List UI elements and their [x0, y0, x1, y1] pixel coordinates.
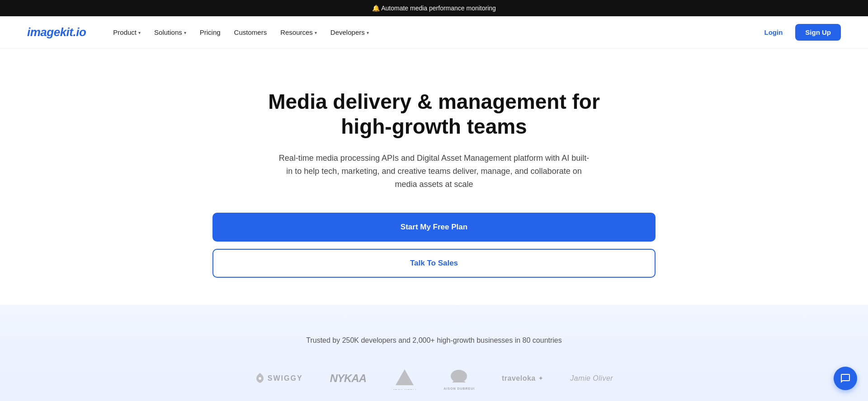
signup-button[interactable]: Sign Up [795, 24, 841, 41]
logo-swiggy: SWIGGY [255, 373, 303, 384]
leroy-merlin-icon: LEROY MERLIN [393, 367, 416, 390]
chat-widget[interactable] [834, 367, 857, 390]
swiggy-icon [255, 373, 265, 384]
logo[interactable]: imagekit.io [27, 25, 86, 39]
svg-point-0 [259, 377, 261, 380]
nav-product[interactable]: Product ▾ [108, 25, 146, 40]
trusted-text: Trusted by 250K developers and 2,000+ hi… [306, 336, 562, 345]
start-free-plan-button[interactable]: Start My Free Plan [212, 213, 656, 242]
logo-traveloka: traveloka ✦ [502, 374, 543, 382]
login-button[interactable]: Login [757, 25, 790, 40]
chevron-down-icon: ▾ [367, 30, 369, 35]
talk-to-sales-button[interactable]: Talk To Sales [212, 249, 656, 278]
chevron-down-icon: ▾ [184, 30, 186, 35]
logo-leroy-merlin: LEROY MERLIN [393, 367, 416, 390]
chat-icon [840, 373, 851, 384]
navbar: imagekit.io Product ▾ Solutions ▾ Pricin… [0, 16, 868, 49]
logo-nykaa: NYKAA [330, 372, 366, 385]
nav-pricing[interactable]: Pricing [194, 25, 226, 40]
chevron-down-icon: ▾ [138, 30, 141, 35]
nav-links: Product ▾ Solutions ▾ Pricing Customers … [108, 25, 757, 40]
nav-resources[interactable]: Resources ▾ [275, 25, 322, 40]
logos-row: SWIGGY NYKAA LEROY MERLIN MAISON DUBREUI… [255, 366, 613, 391]
navbar-actions: Login Sign Up [757, 24, 841, 41]
svg-text:LEROY MERLIN: LEROY MERLIN [393, 389, 416, 390]
nav-developers[interactable]: Developers ▾ [325, 25, 374, 40]
hero-title: Media delivery & management for high-gro… [258, 89, 610, 139]
logo-jamie-oliver: Jamie Oliver [570, 374, 613, 382]
chevron-down-icon: ▾ [315, 30, 317, 35]
banner-text: 🔔 Automate media performance monitoring [372, 5, 496, 12]
dubreuil-icon: MAISON DUBREUIL [443, 366, 475, 391]
top-banner: 🔔 Automate media performance monitoring [0, 0, 868, 16]
hero-section: Media delivery & management for high-gro… [0, 49, 868, 305]
nav-customers[interactable]: Customers [229, 25, 273, 40]
svg-text:MAISON DUBREUIL: MAISON DUBREUIL [443, 387, 475, 390]
hero-buttons: Start My Free Plan Talk To Sales [212, 213, 656, 278]
logo-dubreuil: MAISON DUBREUIL [443, 366, 475, 391]
svg-marker-1 [396, 369, 414, 385]
nav-solutions[interactable]: Solutions ▾ [149, 25, 192, 40]
hero-subtitle: Real-time media processing APIs and Digi… [276, 152, 592, 191]
trusted-section: Trusted by 250K developers and 2,000+ hi… [0, 305, 868, 401]
